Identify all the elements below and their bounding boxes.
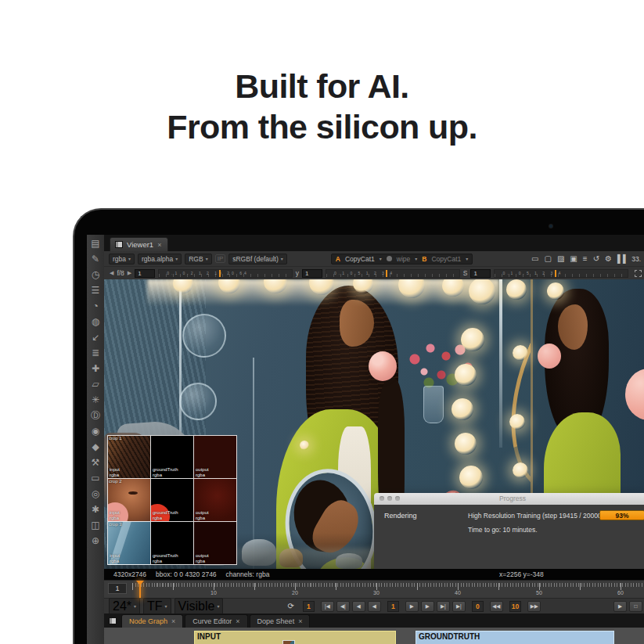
layer-dropdown[interactable]: rgba.alpha▾ — [138, 254, 182, 264]
close-icon[interactable]: × — [298, 617, 302, 625]
tab-viewer1[interactable]: Viewer1 × — [110, 237, 168, 251]
play-backward-button[interactable]: ◀ — [368, 601, 381, 612]
prev-arrow-icon[interactable]: ◀ — [110, 270, 113, 276]
in-frame-field[interactable]: 1 — [303, 601, 315, 612]
display-mode-dropdown[interactable]: RGB▾ — [185, 254, 211, 264]
gain-slider[interactable]: 0.1 0.2 1 2 10 20 64 — [158, 269, 293, 278]
channel-node-icon[interactable]: ☰ — [92, 286, 100, 296]
current-frame-box[interactable]: 1 — [108, 583, 127, 594]
next-arrow-icon[interactable]: ▶ — [128, 270, 131, 276]
light-bulb-icon — [455, 433, 477, 455]
saturation-value-field[interactable]: 1 — [470, 269, 491, 278]
keyer-node-icon[interactable]: ↙ — [92, 333, 99, 343]
close-icon[interactable]: × — [236, 617, 239, 625]
region-of-interest-icon[interactable] — [635, 270, 642, 277]
step-forward-button[interactable]: ▶ — [421, 601, 434, 612]
color-node-icon[interactable]: ◔ — [92, 301, 98, 311]
close-window-icon[interactable] — [380, 496, 384, 501]
input-backdrop-node[interactable]: INPUT — [194, 631, 396, 644]
effects-node-icon[interactable]: ✱ — [92, 505, 99, 515]
roi-gear-icon[interactable]: ⚙ — [605, 255, 612, 263]
display-monitor-icon[interactable]: ▭ — [531, 255, 538, 263]
particles-node-icon[interactable]: ✳ — [92, 395, 99, 405]
tab-dope-sheet[interactable]: Dope Sheet× — [250, 614, 311, 628]
goto-end-button[interactable]: ▶| — [452, 601, 466, 612]
draw-node-icon[interactable]: ✎ — [92, 254, 99, 264]
play-forward-button[interactable]: ▶ — [405, 601, 419, 612]
step-back-button[interactable]: ◀ — [352, 601, 365, 612]
gamma-slider[interactable]: 0.1 0.5 1 2 3 4 — [326, 269, 460, 278]
info-list-icon[interactable]: ≡ — [583, 255, 588, 263]
time-node-icon[interactable]: ◷ — [92, 270, 99, 280]
visibility-dropdown[interactable]: Visible▾ — [174, 598, 224, 615]
chevron-down-icon: ▾ — [380, 256, 382, 261]
flipbook-play-button[interactable]: ▶ — [613, 601, 627, 612]
pause-icon[interactable]: ▌▌ — [617, 255, 628, 263]
panels-overlay-icon[interactable]: ▣ — [570, 255, 577, 263]
playback-bar: 24*▾ TF▾ Visible▾ ⟳ 1|◀◀|◀◀1▶▶▶|▶|0◀◀10▶… — [104, 598, 644, 613]
filter-node-icon[interactable]: ◍ — [92, 317, 99, 327]
container-node-icon[interactable]: ◫ — [91, 520, 99, 531]
image-node-icon[interactable]: ▤ — [91, 239, 99, 249]
input-process-toggle[interactable]: IP — [215, 254, 226, 263]
wipe-center-icon[interactable] — [387, 256, 392, 261]
input-node-thumbnail[interactable] — [282, 640, 295, 644]
refresh-icon[interactable]: ↺ — [593, 255, 599, 263]
gamma-value-field[interactable]: 1 — [302, 269, 322, 278]
light-bulb-icon — [513, 462, 528, 478]
flipbook-render-button[interactable]: □ — [629, 601, 642, 612]
render-node-icon[interactable]: ◎ — [92, 489, 99, 499]
frame-increment-field[interactable]: 10 — [509, 601, 521, 612]
transform-node-icon[interactable]: ✚ — [92, 364, 99, 374]
deep-node-icon[interactable]: Ⓓ — [91, 411, 100, 421]
step-forward-increment-button[interactable]: ▶▶ — [527, 601, 541, 612]
merge-node-icon[interactable]: ≣ — [92, 348, 99, 358]
tag-node-icon[interactable]: ◆ — [92, 442, 99, 452]
crop-row-label: crop 2 — [109, 479, 122, 484]
saturation-slider[interactable]: 0.1 0.5 1 2 3 4 — [494, 269, 628, 278]
timeline-ruler[interactable]: 1 102030405060 — [104, 580, 644, 598]
crop-cell-label: groundTruthrgba — [153, 510, 178, 520]
metadata-node-icon[interactable]: ⚒ — [92, 458, 100, 468]
settings-node-icon[interactable]: ⊕ — [92, 536, 99, 546]
groundtruth-backdrop-node[interactable]: GROUNDTRUTH — [416, 631, 614, 644]
crop-cell-label: outputrgba — [196, 467, 209, 477]
progress-dialog-titlebar[interactable]: Progress — [374, 493, 644, 505]
gain-value-field[interactable]: 1 — [135, 269, 155, 278]
goto-start-button[interactable]: |◀ — [321, 601, 334, 612]
ruler-frame-label: 30 — [373, 590, 380, 595]
close-icon[interactable]: × — [157, 241, 161, 249]
zoom-window-icon[interactable] — [395, 496, 400, 501]
threed-node-icon[interactable]: ▱ — [92, 380, 99, 390]
flipbook-buttons: ▶□ — [613, 601, 642, 612]
minimize-window-icon[interactable] — [387, 496, 392, 501]
views-node-icon[interactable]: ◉ — [92, 426, 99, 437]
step-back-increment-button[interactable]: ◀◀ — [490, 601, 503, 612]
next-keyframe-button[interactable]: ▶| — [437, 601, 450, 612]
b-node-dropdown[interactable]: CopyCat1 — [431, 255, 461, 263]
progress-bar: 93% — [599, 510, 644, 520]
display-rect-icon[interactable]: ▢ — [544, 255, 551, 263]
node-graph-panel[interactable]: INPUT GROUNDTRUTH — [104, 628, 644, 644]
fps-dropdown[interactable]: 24*▾ — [109, 598, 140, 615]
viewer-canvas[interactable]: crop 1inputrgbagroundTruthrgbaoutputrgba… — [104, 279, 644, 569]
prev-keyframe-button[interactable]: ◀| — [336, 601, 350, 612]
tab-node-graph[interactable]: Node Graph× — [121, 614, 183, 628]
crop-cell-label: inputrgba — [110, 467, 120, 477]
crop-cell-label: outputrgba — [196, 510, 209, 520]
headline-line2: From the silicon up. — [0, 106, 644, 147]
a-node-dropdown[interactable]: CopyCat1 — [345, 255, 375, 263]
tab-curve-editor[interactable]: Curve Editor× — [185, 614, 247, 628]
loop-mode-icon[interactable]: ⟳ — [287, 602, 293, 610]
chevron-down-icon: ▾ — [175, 256, 178, 261]
timeline-range-dropdown[interactable]: TF▾ — [143, 598, 171, 615]
playhead[interactable] — [139, 581, 141, 598]
wipe-mode-dropdown[interactable]: wipe — [397, 255, 410, 263]
proxy-stripes-icon[interactable]: ▨ — [557, 255, 564, 263]
toolsets-node-icon[interactable]: ▭ — [91, 473, 99, 484]
channels-dropdown[interactable]: rgba▾ — [109, 254, 135, 264]
out-frame-field[interactable]: 0 — [472, 601, 484, 612]
close-icon[interactable]: × — [171, 617, 175, 625]
current-frame-field[interactable]: 1 — [387, 601, 399, 612]
colorspace-dropdown[interactable]: sRGBf (default)▾ — [228, 254, 287, 264]
